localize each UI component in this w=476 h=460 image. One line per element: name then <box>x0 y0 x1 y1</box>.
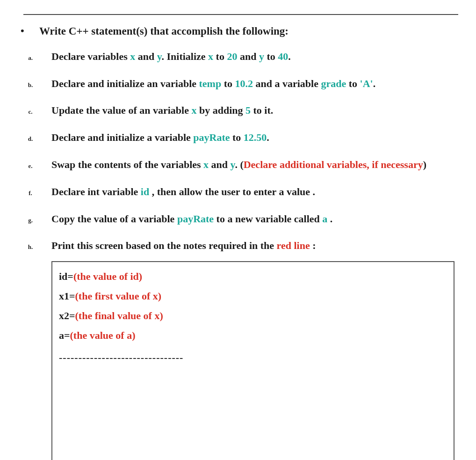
item-g-text: Copy the value of a variable payRate to … <box>51 209 463 229</box>
separator-dashes: -------------------------------- <box>59 348 447 367</box>
text: to <box>264 51 278 62</box>
text: to it. <box>251 104 273 116</box>
var-y: y <box>259 51 264 62</box>
item-h: h. Print this screen based on the notes … <box>9 232 463 259</box>
placeholder: (the first value of x) <box>75 290 162 302</box>
text: : <box>310 240 316 251</box>
val-40: 40 <box>278 51 288 62</box>
text: to a new variable called <box>214 213 322 225</box>
item-c-marker: c. <box>9 106 51 118</box>
item-h-marker: h. <box>9 241 51 253</box>
text: and <box>209 159 230 170</box>
label: x2= <box>59 310 75 321</box>
text: . <box>288 51 291 62</box>
var-y: y <box>231 159 235 170</box>
text: to <box>230 131 244 143</box>
main-heading: Write C++ statement(s) that accomplish t… <box>39 24 288 38</box>
var-grade: grade <box>321 78 346 89</box>
text: . <box>373 78 376 89</box>
text: to <box>213 51 227 62</box>
text: . <box>267 131 269 143</box>
item-b-marker: b. <box>9 79 51 91</box>
var-y: y <box>157 51 162 62</box>
item-c-text: Update the value of an variable x by add… <box>51 101 463 120</box>
placeholder: (the final value of x) <box>75 310 163 321</box>
var-a: a <box>322 213 327 225</box>
item-f-text: Declare int variable id , then allow the… <box>51 182 463 202</box>
page: • Write C++ statement(s) that accomplish… <box>0 0 476 460</box>
text: to <box>346 78 360 89</box>
text: and a variable <box>253 78 321 89</box>
placeholder: (the value of id) <box>73 270 142 282</box>
text: . ( <box>235 159 243 170</box>
text: Print this screen based on the notes req… <box>51 240 277 251</box>
item-e-marker: e. <box>9 160 51 172</box>
text: Swap the contents of the variables <box>51 159 203 170</box>
label: id= <box>59 270 73 282</box>
item-d-marker: d. <box>9 133 51 145</box>
val-12-50: 12.50 <box>244 131 267 143</box>
text: Copy the value of a variable <box>51 213 177 225</box>
text: to <box>221 78 235 89</box>
val-5: 5 <box>245 104 251 116</box>
item-g: g. Copy the value of a variable payRate … <box>9 205 463 233</box>
text: Declare and initialize an variable <box>51 78 199 89</box>
output-line-x1: x1=(the first value of x) <box>59 286 447 306</box>
item-b: b. Declare and initialize an variable te… <box>9 70 463 97</box>
var-x: x <box>203 159 209 170</box>
val-20: 20 <box>227 51 237 62</box>
item-e-text: Swap the contents of the variables x and… <box>51 155 463 175</box>
item-g-marker: g. <box>9 214 51 226</box>
text: . <box>327 213 332 225</box>
output-line-a: a=(the value of a) <box>59 326 447 345</box>
text: , then allow the user to enter a value . <box>149 186 315 197</box>
var-payrate: payRate <box>177 213 214 225</box>
bullet-icon: • <box>9 24 39 38</box>
item-f-marker: f. <box>9 187 51 199</box>
item-a: a. Declare variables x and y. Initialize… <box>9 43 463 70</box>
text: Declare variables <box>51 51 130 62</box>
output-line-id: id=(the value of id) <box>59 267 447 286</box>
var-payrate: payRate <box>193 131 230 143</box>
sub-list: a. Declare variables x and y. Initialize… <box>9 43 463 259</box>
text: by adding <box>196 104 245 116</box>
text: Update the value of an variable <box>51 104 191 116</box>
label: a= <box>59 329 70 341</box>
red-line-label: red line <box>277 240 310 251</box>
var-x: x <box>130 51 135 62</box>
var-id: id <box>141 186 149 197</box>
item-f: f. Declare int variable id , then allow … <box>9 178 463 205</box>
item-a-marker: a. <box>9 52 51 64</box>
output-box: id=(the value of id) x1=(the first value… <box>51 261 454 460</box>
item-a-text: Declare variables x and y. Initialize x … <box>51 47 463 66</box>
text: Declare and initialize a variable <box>51 131 193 143</box>
item-h-text: Print this screen based on the notes req… <box>51 236 463 256</box>
val-a: 'A' <box>360 78 373 89</box>
placeholder: (the value of a) <box>70 329 136 341</box>
text: ) <box>423 159 426 170</box>
val-10-2: 10.2 <box>235 78 253 89</box>
text: and <box>135 51 157 62</box>
var-temp: temp <box>199 78 222 89</box>
text: and <box>237 51 259 62</box>
text: . Initialize <box>162 51 209 62</box>
item-b-text: Declare and initialize an variable temp … <box>51 74 463 94</box>
red-note: Declare additional variables, if necessa… <box>244 159 423 170</box>
main-bullet-item: • Write C++ statement(s) that accomplish… <box>9 24 463 38</box>
var-x: x <box>191 104 196 116</box>
item-d-text: Declare and initialize a variable payRat… <box>51 128 463 147</box>
var-x: x <box>208 51 213 62</box>
item-e: e. Swap the contents of the variables x … <box>9 151 463 178</box>
text: Declare int variable <box>51 186 141 197</box>
horizontal-rule <box>23 14 458 15</box>
item-d: d. Declare and initialize a variable pay… <box>9 124 463 151</box>
output-line-x2: x2=(the final value of x) <box>59 306 447 326</box>
label: x1= <box>59 290 75 302</box>
item-c: c. Update the value of an variable x by … <box>9 97 463 124</box>
